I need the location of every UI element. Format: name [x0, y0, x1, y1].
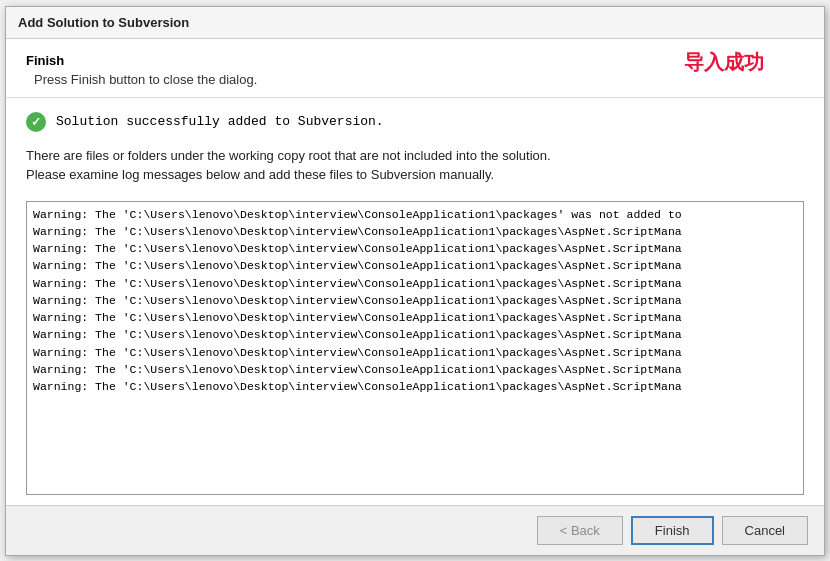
warning-text: There are files or folders under the wor… — [26, 146, 804, 185]
log-line: Warning: The 'C:\Users\lenovo\Desktop\in… — [33, 206, 797, 223]
title-text: Add Solution to Subversion — [18, 15, 189, 30]
warning-line2: Please examine log messages below and ad… — [26, 167, 494, 182]
top-section: Finish Press Finish button to close the … — [6, 39, 824, 98]
footer: < Back Finish Cancel — [6, 505, 824, 555]
log-line: Warning: The 'C:\Users\lenovo\Desktop\in… — [33, 361, 797, 378]
cancel-button[interactable]: Cancel — [722, 516, 808, 545]
middle-section: Solution successfully added to Subversio… — [6, 98, 824, 201]
log-line: Warning: The 'C:\Users\lenovo\Desktop\in… — [33, 257, 797, 274]
dialog: Add Solution to Subversion Finish Press … — [5, 6, 825, 556]
success-message: Solution successfully added to Subversio… — [56, 114, 384, 129]
finish-button[interactable]: Finish — [631, 516, 714, 545]
log-line: Warning: The 'C:\Users\lenovo\Desktop\in… — [33, 326, 797, 343]
log-line: Warning: The 'C:\Users\lenovo\Desktop\in… — [33, 292, 797, 309]
success-row: Solution successfully added to Subversio… — [26, 112, 804, 132]
log-box-wrapper: Warning: The 'C:\Users\lenovo\Desktop\in… — [6, 201, 824, 505]
log-line: Warning: The 'C:\Users\lenovo\Desktop\in… — [33, 223, 797, 240]
log-line: Warning: The 'C:\Users\lenovo\Desktop\in… — [33, 275, 797, 292]
log-line: Warning: The 'C:\Users\lenovo\Desktop\in… — [33, 378, 797, 395]
content-area: Finish Press Finish button to close the … — [6, 39, 824, 505]
dialog-title: Add Solution to Subversion — [6, 7, 824, 39]
success-banner: 导入成功 — [684, 49, 764, 76]
log-line: Warning: The 'C:\Users\lenovo\Desktop\in… — [33, 344, 797, 361]
success-icon — [26, 112, 46, 132]
log-line: Warning: The 'C:\Users\lenovo\Desktop\in… — [33, 240, 797, 257]
log-line: Warning: The 'C:\Users\lenovo\Desktop\in… — [33, 309, 797, 326]
warning-line1: There are files or folders under the wor… — [26, 148, 551, 163]
log-box[interactable]: Warning: The 'C:\Users\lenovo\Desktop\in… — [26, 201, 804, 495]
back-button[interactable]: < Back — [537, 516, 623, 545]
